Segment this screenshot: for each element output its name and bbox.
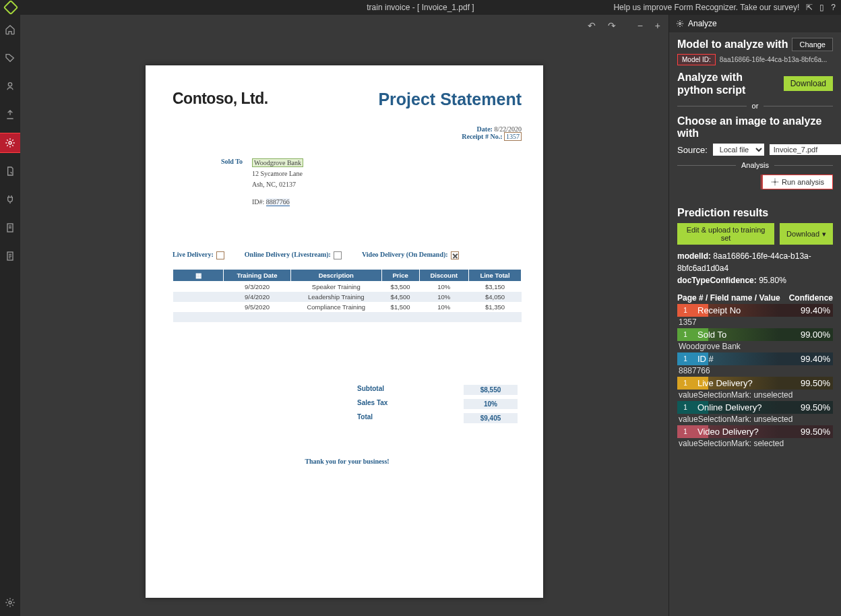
subtotal-label: Subtotal [357,385,384,395]
fields-col-right: Confidence [789,293,833,303]
th-desc: Description [290,269,381,281]
meta-model-label: modelId: [677,251,711,261]
receipt-value: 1357 [504,132,522,141]
sidebar-page[interactable] [0,247,20,266]
help-icon[interactable]: ? [831,3,836,12]
model-id-label: Model ID: [677,54,716,65]
choose-heading: Choose an image to analyze with [677,115,833,140]
panel-header: Analyze [669,15,841,32]
sidebar-analyze[interactable] [0,133,20,152]
sidebar-settings[interactable] [0,593,20,612]
prediction-heading: Prediction results [677,196,833,219]
document-preview: Contoso, Ltd. Project Statement Date: 8/… [146,65,543,598]
run-analysis-button[interactable]: Run analysis [762,175,833,189]
sidebar-tag[interactable] [0,49,20,67]
sidebar-home[interactable] [0,20,20,39]
id-value: 8887766 [266,198,290,206]
fields-col-left: Page # / Field name / Value [677,293,780,303]
field-item[interactable]: 1ID #99.40%8887766 [677,352,833,375]
title-bar-text: train invoice - [ Invoice_1.pdf ] [367,3,474,12]
analyze-label: Analyze [688,19,717,28]
addr2: Ash, NC, 02137 [252,179,303,190]
sidebar-doc-analyze[interactable] [0,162,20,181]
total-label: Total [357,413,373,423]
table-row: 9/4/2020Leadership Training$4,50010%$4,0… [173,292,522,302]
field-item[interactable]: 1Live Delivery?99.50%valueSelectionMark:… [677,377,833,400]
th-total: Line Total [468,269,521,281]
chevron-down-icon: ▾ [822,230,826,239]
date-label: Date: [477,125,493,133]
or-divider: or [677,102,833,110]
model-heading: Model to analyze with [677,38,788,51]
totals: Subtotal$8,550 Sales Tax10% Total$9,405 [353,383,522,425]
sidebar-compose[interactable] [0,105,20,124]
app-logo-icon [5,2,16,13]
doc-title: Project Statement [378,90,522,109]
addr1: 12 Sycamore Lane [252,168,303,179]
meta-conf-label: docTypeConfidence: [677,276,757,285]
thanks-text: Thank you for your business! [173,458,522,465]
sidebar-connector[interactable] [0,190,20,209]
total-value: $9,405 [464,413,518,423]
source-label: Source: [677,145,708,155]
sidebar-train[interactable] [0,77,20,96]
subtotal-value: $8,550 [464,385,518,395]
company-name: Contoso, Ltd. [173,90,268,108]
svg-point-5 [679,23,681,25]
download-script-button[interactable]: Download [784,76,833,91]
tax-label: Sales Tax [357,399,387,409]
survey-link[interactable]: Help us improve Form Recognizer. Take ou… [613,3,799,12]
svg-point-0 [8,83,11,86]
gear-icon [676,20,684,28]
source-select[interactable]: Local file [713,144,764,156]
svg-point-4 [9,601,11,604]
th-icon: ▦ [173,269,224,281]
field-item[interactable]: 1Sold To99.00%Woodgrove Bank [677,328,833,351]
sold-to-name: Woodgrove Bank [252,158,303,167]
id-label: ID#: [252,198,264,206]
live-delivery-label: Live Delivery: [173,251,214,258]
online-delivery-label: Online Delivery (Livestream): [245,251,331,258]
line-items-table: ▦ Training Date Description Price Discou… [173,269,522,322]
model-id-value: 8aa16866-16fe-44ca-b13a-8bfc6a... [720,56,833,63]
table-row: 9/3/2020Speaker Training$3,50010%$3,150 [173,281,522,292]
right-panel: Analyze Model to analyze with Change Mod… [668,15,841,616]
python-heading: Analyze with python script [677,71,778,96]
analysis-divider: Analysis [677,161,833,169]
svg-point-1 [9,142,11,144]
undo-icon[interactable]: ↶ [588,20,596,31]
field-item[interactable]: 1Online Delivery?99.50%valueSelectionMar… [677,401,833,424]
zoom-out-icon[interactable]: − [637,20,643,31]
redo-icon[interactable]: ↷ [608,20,616,31]
video-checkbox [451,251,459,259]
canvas-area: ↶ ↷ − + Contoso, Ltd. Project Statement … [20,15,668,616]
table-row: 9/5/2020Compliance Training$1,50010%$1,3… [173,302,522,312]
share-icon[interactable]: ⇱ [806,3,813,12]
download-results-button[interactable]: Download▾ [780,223,833,245]
meta-conf-value: 95.80% [759,276,786,285]
topbar: train invoice - [ Invoice_1.pdf ] Help u… [0,0,841,15]
live-checkbox [216,251,224,259]
th-disc: Discount [419,269,468,281]
edit-upload-button[interactable]: Edit & upload to training set [677,223,774,245]
change-button[interactable]: Change [792,38,833,51]
th-date: Training Date [224,269,291,281]
sidebar-file-alt[interactable] [0,218,20,237]
field-item[interactable]: 1Video Delivery?99.50%valueSelectionMark… [677,425,833,448]
info-icon[interactable]: ▯ [819,3,824,12]
online-checkbox [334,251,342,259]
source-file-input[interactable] [770,144,841,155]
zoom-in-icon[interactable]: + [655,20,660,31]
sold-to-label: Sold To [173,158,252,208]
th-price: Price [381,269,419,281]
canvas-toolbar: ↶ ↷ − + [588,20,660,31]
receipt-label: Receipt # No.: [462,133,502,140]
field-item[interactable]: 1Receipt No99.40%1357 [677,304,833,327]
svg-point-6 [774,181,776,183]
video-delivery-label: Video Delivery (On Demand): [362,251,448,258]
sidebar [0,15,20,616]
tax-value: 10% [464,399,518,409]
